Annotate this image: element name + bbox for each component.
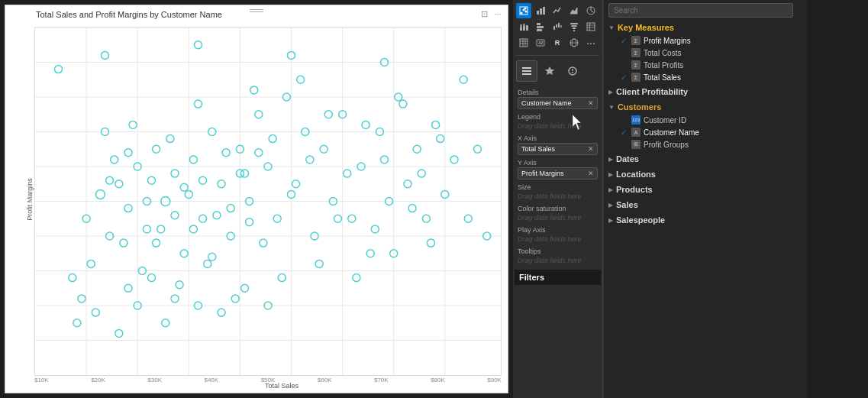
svg-point-72 xyxy=(222,149,230,157)
viz-icon-R[interactable]: R xyxy=(550,35,565,50)
customer-name-type-icon: A xyxy=(631,128,641,137)
svg-rect-160 xyxy=(553,26,555,30)
svg-point-28 xyxy=(171,170,179,177)
filters-title: Filters xyxy=(519,273,596,282)
svg-point-94 xyxy=(428,239,435,247)
field-item-customer-name[interactable]: ✓ A Customer Name xyxy=(604,126,807,138)
dates-header[interactable]: ▶ Dates xyxy=(604,152,807,166)
viz-icon-stacked[interactable] xyxy=(516,19,531,34)
legend-section: Legend Drag data fields here xyxy=(515,111,601,132)
svg-point-86 xyxy=(353,274,360,282)
svg-point-84 xyxy=(334,215,342,222)
svg-point-119 xyxy=(124,149,132,157)
xaxis-value-item[interactable]: Total Sales ✕ xyxy=(518,143,598,155)
salespeople-chevron: ▶ xyxy=(608,217,613,224)
locations-header[interactable]: ▶ Locations xyxy=(604,167,807,181)
color-placeholder: Drag data fields here xyxy=(518,213,598,222)
play-placeholder: Drag data fields here xyxy=(518,235,598,244)
xaxis-label: X Axis xyxy=(518,134,598,143)
svg-rect-159 xyxy=(537,29,542,31)
svg-point-85 xyxy=(344,170,351,177)
xaxis-remove[interactable]: ✕ xyxy=(588,145,594,153)
svg-point-69 xyxy=(195,100,202,108)
viz-icon-pie[interactable] xyxy=(583,3,599,18)
products-header[interactable]: ▶ Products xyxy=(604,183,807,196)
svg-point-96 xyxy=(78,295,86,303)
svg-point-83 xyxy=(324,111,332,118)
svg-point-103 xyxy=(171,295,179,303)
field-item-profit-groups[interactable]: ✓ ⊞ Profit Groups xyxy=(604,138,807,150)
svg-point-26 xyxy=(153,145,160,153)
customers-header[interactable]: ▼ Customers xyxy=(604,100,807,114)
sales-header[interactable]: ▶ Sales xyxy=(604,198,807,212)
fields-search-input[interactable] xyxy=(608,3,793,18)
viz-icon-hbar[interactable] xyxy=(533,19,548,34)
size-placeholder: Drag data fields here xyxy=(518,192,598,201)
analytics-icon[interactable] xyxy=(562,60,583,82)
format-icon[interactable] xyxy=(539,60,560,82)
total-profits-label: Total Profits xyxy=(644,61,683,70)
svg-point-37 xyxy=(255,111,263,118)
svg-point-17 xyxy=(69,274,76,282)
svg-point-98 xyxy=(73,319,81,327)
viz-icon-waterfall[interactable] xyxy=(550,19,565,34)
svg-point-88 xyxy=(371,225,379,233)
svg-point-73 xyxy=(231,295,239,303)
field-item-total-profits[interactable]: ✓ Σ Total Profits xyxy=(604,59,807,71)
legend-placeholder: Drag data fields here xyxy=(518,121,598,131)
svg-rect-168 xyxy=(587,23,595,31)
profit-margins-type-icon: Σ xyxy=(631,36,641,45)
details-value-item[interactable]: Customer Name ✕ xyxy=(518,97,598,109)
svg-rect-183 xyxy=(522,70,531,72)
svg-line-151 xyxy=(591,11,594,13)
total-costs-check-icon: ✓ xyxy=(619,48,628,57)
more-btn[interactable]: ··· xyxy=(492,8,503,19)
viz-icon-table[interactable] xyxy=(583,19,599,34)
svg-point-127 xyxy=(227,205,234,212)
xaxis-value-text: Total Sales xyxy=(521,145,555,153)
salespeople-header[interactable]: ▶ Salespeople xyxy=(604,213,807,227)
details-value-text: Customer Name xyxy=(521,99,572,107)
svg-point-126 xyxy=(208,253,216,260)
customers-title: Customers xyxy=(618,102,661,112)
viz-icon-line[interactable] xyxy=(550,3,565,18)
field-item-total-costs[interactable]: ✓ Σ Total Costs xyxy=(604,47,807,59)
svg-point-25 xyxy=(143,225,150,233)
tooltip-placeholder: Drag data fields here xyxy=(518,256,598,265)
viz-icon-scatter[interactable] xyxy=(516,3,531,18)
focus-btn[interactable]: ⊡ xyxy=(479,8,489,19)
viz-icon-card[interactable]: 42 xyxy=(533,35,548,50)
client-profitability-header[interactable]: ▶ Client Profitability xyxy=(604,85,807,99)
viz-icon-globe[interactable] xyxy=(566,35,582,50)
viz-icon-more[interactable]: ··· xyxy=(583,35,599,50)
field-item-profit-margins[interactable]: ✓ Σ Profit Margins xyxy=(604,34,807,47)
locations-chevron: ▶ xyxy=(608,171,613,178)
key-measures-header[interactable]: ▼ Key Measures xyxy=(604,21,807,34)
yaxis-value-item[interactable]: Profit Margins ✕ xyxy=(518,167,598,180)
y-axis-label: Profit Margins xyxy=(26,178,34,221)
details-label: Details xyxy=(518,88,598,97)
total-costs-type-icon: Σ xyxy=(631,48,641,57)
dates-title: Dates xyxy=(616,154,639,163)
svg-point-95 xyxy=(437,135,444,143)
svg-rect-146 xyxy=(537,11,539,15)
filters-section: Filters xyxy=(515,270,601,285)
svg-point-77 xyxy=(269,135,276,143)
legend-label: Legend xyxy=(518,112,598,121)
svg-point-18 xyxy=(87,260,95,267)
viz-icon-matrix[interactable] xyxy=(516,35,531,50)
field-item-total-sales[interactable]: ✓ Σ Total Sales xyxy=(604,71,807,83)
field-group-client-profitability: ▶ Client Profitability xyxy=(604,85,807,99)
svg-rect-167 xyxy=(573,30,575,31)
fields-icon[interactable] xyxy=(516,60,537,82)
client-profitability-chevron: ▶ xyxy=(608,89,613,95)
viz-icon-bar[interactable] xyxy=(533,3,548,18)
yaxis-remove[interactable]: ✕ xyxy=(588,170,594,177)
svg-point-58 xyxy=(450,156,458,163)
field-item-customer-id[interactable]: ✓ 123 Customer ID xyxy=(604,114,807,126)
viz-icon-funnel[interactable] xyxy=(566,19,582,34)
details-remove[interactable]: ✕ xyxy=(588,99,594,107)
viz-icon-area[interactable] xyxy=(566,3,582,18)
drag-handle[interactable] xyxy=(247,8,266,13)
svg-point-56 xyxy=(432,121,440,128)
